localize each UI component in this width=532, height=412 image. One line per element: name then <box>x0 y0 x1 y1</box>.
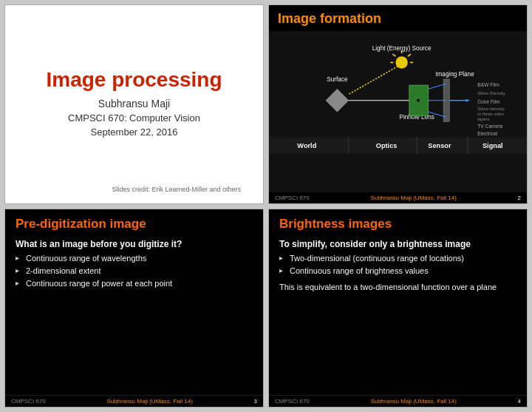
slide-4-footer-left: CMPSCI 670 <box>275 398 310 405</box>
svg-text:in three color: in three color <box>477 111 504 116</box>
svg-text:B&W Film: B&W Film <box>477 82 499 87</box>
slide-2-footer-left: CMPSCI 670 <box>275 195 310 201</box>
slide-1-date: September 22, 2016 <box>91 126 178 138</box>
slide-4-footer-center: Subhransu Maji (UMass, Fall 14) <box>370 398 456 405</box>
svg-text:Electrical: Electrical <box>477 131 498 136</box>
slide-4-simplify: To simplify, consider only a brightness … <box>279 239 516 249</box>
slide-2-footer-right: 2 <box>518 195 521 201</box>
slide-2-footer-center: Subhransu Maji (UMass, Fall 14) <box>370 195 456 201</box>
svg-text:TV Camera: TV Camera <box>477 124 502 129</box>
slide-3-title: Pre-digitization image <box>5 209 263 236</box>
slide-1-credit: Slides credit: Erik Learned-Miller and o… <box>27 186 241 196</box>
slide-3-footer-center: Subhransu Maji (UMass, Fall 14) <box>106 398 192 405</box>
svg-text:Optics: Optics <box>376 142 398 149</box>
list-item: Continuous range of power at each point <box>16 279 253 288</box>
svg-text:Color Film: Color Film <box>477 99 500 104</box>
slide-4-content: To simplify, consider only a brightness … <box>269 236 527 396</box>
slide-3-bullets: Continuous range of wavelengths 2-dimens… <box>16 254 253 288</box>
slide-4-bullets: Two-dimensional (continuous range of loc… <box>279 254 516 275</box>
slide-3-question: What is an image before you digitize it? <box>16 239 253 249</box>
slide-3-footer-right: 3 <box>254 398 257 405</box>
slide-4: Brightness images To simplify, consider … <box>268 209 528 408</box>
slide-4-title: Brightness images <box>269 209 527 236</box>
slide-4-equivalent: This is equivalent to a two-dimensional … <box>279 283 516 291</box>
slide-1: Image processing Subhransu Maji CMPSCI 6… <box>4 4 264 204</box>
slide-1-author: Subhransu Maji <box>98 98 170 109</box>
slide-2-title: Image formation <box>269 5 527 31</box>
slide-4-footer-right: 4 <box>518 398 521 405</box>
slide-3-footer-left: CMPSCI 670 <box>11 398 46 405</box>
slide-4-footer: CMPSCI 670 Subhransu Maji (UMass, Fall 1… <box>269 395 527 407</box>
slide-1-content: Image processing Subhransu Maji CMPSCI 6… <box>27 20 241 186</box>
svg-text:Surface: Surface <box>327 76 348 83</box>
slide-1-title: Image processing <box>46 68 222 92</box>
slide-2-footer: CMPSCI 670 Subhransu Maji (UMass, Fall 1… <box>269 192 527 203</box>
list-item: Continuous range of wavelengths <box>16 254 253 263</box>
svg-text:layers: layers <box>477 116 489 121</box>
svg-text:Sensor: Sensor <box>428 142 451 149</box>
slide-2-diagram: Light (Energy) Source Surface Imaging Pl… <box>269 31 527 170</box>
list-item: Continuous range of brightness values <box>279 266 516 275</box>
slide-3: Pre-digitization image What is an image … <box>4 209 264 408</box>
slide-3-footer: CMPSCI 670 Subhransu Maji (UMass, Fall 1… <box>5 395 263 407</box>
list-item: Two-dimensional (continuous range of loc… <box>279 254 516 263</box>
slide-2: Image formation Light (Energy) Source Su… <box>268 4 528 204</box>
slide-3-content: What is an image before you digitize it?… <box>5 236 263 396</box>
svg-text:World: World <box>297 142 316 149</box>
svg-point-16 <box>417 99 420 102</box>
svg-text:Signal: Signal <box>482 142 503 149</box>
svg-text:Imaging Plane: Imaging Plane <box>435 71 474 78</box>
list-item: 2-dimensional extent <box>16 266 253 275</box>
svg-text:Silver Density: Silver Density <box>477 90 505 95</box>
slide-1-course: CMPSCI 670: Computer Vision <box>68 112 200 124</box>
svg-text:Silver density: Silver density <box>477 106 505 111</box>
